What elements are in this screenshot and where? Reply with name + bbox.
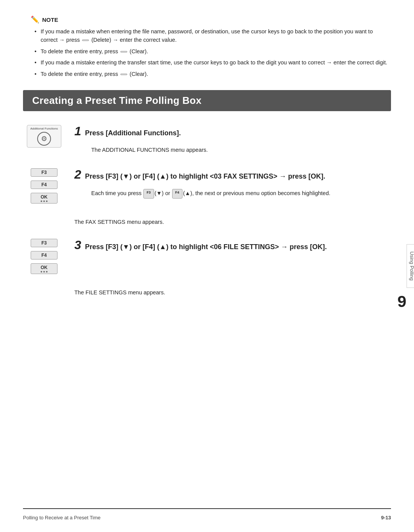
ok-dots	[41, 200, 48, 202]
additional-func-circle-icon: ⚙	[37, 132, 51, 146]
ok-dot-4	[41, 271, 42, 273]
note-item-2: To delete the entire entry, press (Clear…	[34, 48, 391, 56]
f4-button: F4	[31, 181, 58, 189]
ok-dot-1	[41, 200, 42, 202]
f3-inline-key: F3	[143, 189, 154, 198]
note-section: ✏️ NOTE If you made a mistake when enter…	[23, 15, 391, 79]
ok-dot-5	[43, 271, 45, 273]
clear-btn-inline-2	[120, 74, 127, 75]
note-item-1: If you made a mistake when entering the …	[34, 28, 391, 44]
step-3-title-row: 3 Press [F3] (▼) or [F4] (▲) to highligh…	[74, 239, 391, 256]
note-icon: ✏️	[31, 15, 39, 24]
ok-dot-3	[46, 200, 48, 202]
footer-left-text: Polling to Receive at a Preset Time	[23, 515, 100, 521]
ok-button-2: OK	[31, 263, 58, 274]
f3-button-2: F3	[31, 239, 58, 247]
step-2-icon-col: F3 F4 OK	[23, 168, 65, 205]
file-settings-appears: The FILE SETTINGS menu appears.	[74, 289, 391, 296]
step-3-content: 3 Press [F3] (▼) or [F4] (▲) to highligh…	[74, 239, 391, 259]
step-3-row: F3 F4 OK 3 Press [F3] (▼) or [F4] (▲) to…	[23, 239, 391, 276]
step-1-title-row: 1 Press [Additional Functions].	[74, 125, 391, 142]
additional-functions-button: Additional Functions ⚙	[27, 125, 61, 148]
note-list: If you made a mistake when entering the …	[31, 28, 391, 79]
step-1-icon-col: Additional Functions ⚙	[23, 125, 65, 148]
page-container: ✏️ NOTE If you made a mistake when enter…	[0, 0, 414, 532]
clear-btn-inline-1	[120, 51, 127, 53]
bottom-rule	[23, 508, 391, 509]
chapter-number: 9	[398, 292, 406, 311]
footer-page: 9-13	[381, 515, 391, 521]
note-item-3: If you made a mistake entering the trans…	[34, 59, 391, 67]
step-3-title: Press [F3] (▼) or [F4] (▲) to highlight …	[85, 242, 327, 252]
f4-inline-key: F4	[172, 189, 183, 198]
f3-button: F3	[31, 168, 58, 177]
ok-dots-2	[41, 271, 48, 273]
f4-button-2: F4	[31, 251, 58, 259]
note-label: NOTE	[42, 16, 58, 23]
step-1-row: Additional Functions ⚙ 1 Press [Addition…	[23, 125, 391, 154]
sidebar-tab: Using Polling	[407, 244, 414, 288]
step-2-row: F3 F4 OK 2 Press [F3] (▼) or [F4] (▲) to…	[23, 168, 391, 205]
section-title: Creating a Preset Time Polling Box	[32, 95, 202, 106]
delete-btn-inline	[82, 39, 89, 41]
step-2-content: 2 Press [F3] (▼) or [F4] (▲) to highligh…	[74, 168, 391, 198]
ok-dot-2	[43, 200, 45, 202]
step-1-body-text: The ADDITIONAL FUNCTIONS menu appears.	[91, 147, 208, 153]
additional-func-label: Additional Functions	[30, 127, 58, 131]
fax-settings-appears: The FAX SETTINGS menu appears.	[74, 219, 391, 225]
step-2-body: Each time you press F3(▼) or F4(▲), the …	[91, 189, 391, 198]
step-3-icon-col: F3 F4 OK	[23, 239, 65, 276]
step-2-title-row: 2 Press [F3] (▼) or [F4] (▲) to highligh…	[74, 168, 391, 185]
step-1-title: Press [Additional Functions].	[85, 128, 181, 138]
footer: Polling to Receive at a Preset Time 9-13	[23, 515, 391, 521]
ok-dot-6	[46, 271, 48, 273]
step-3-number: 3	[74, 239, 81, 251]
step-2-title: Press [F3] (▼) or [F4] (▲) to highlight …	[85, 172, 325, 181]
note-header: ✏️ NOTE	[31, 15, 391, 24]
step-2-number: 2	[74, 168, 81, 181]
ok-button: OK	[31, 193, 58, 204]
step-1-body: The ADDITIONAL FUNCTIONS menu appears.	[91, 146, 391, 154]
section-banner: Creating a Preset Time Polling Box	[23, 90, 391, 111]
step-1-number: 1	[74, 125, 81, 137]
note-item-4: To delete the entire entry, press (Clear…	[34, 70, 391, 79]
step-1-content: 1 Press [Additional Functions]. The ADDI…	[74, 125, 391, 154]
